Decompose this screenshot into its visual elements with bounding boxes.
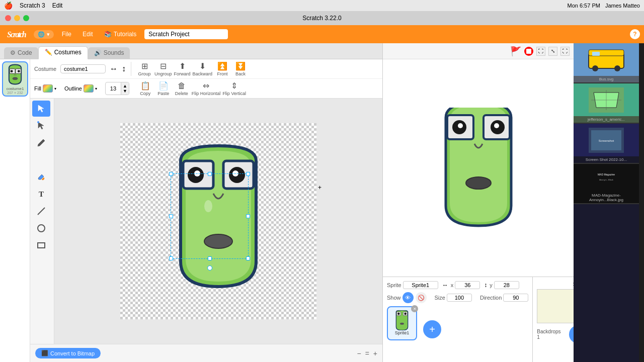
size-item: Size bbox=[435, 294, 472, 302]
stage-controls: 🚩 ⛶ ⤡ ⛶ bbox=[383, 43, 574, 59]
flip-horizontal-btn[interactable]: ⇔ Flip Horizontal bbox=[192, 81, 221, 96]
fullscreen-button[interactable]: ⛶ bbox=[536, 47, 545, 56]
zoom-in-button[interactable]: + bbox=[373, 349, 377, 357]
y-label: y bbox=[490, 282, 493, 288]
back-btn[interactable]: ⏬ Back bbox=[232, 61, 249, 76]
screenshot1-label: Screen Shot 2022-10... bbox=[574, 156, 639, 163]
sprite-editor-canvas[interactable] bbox=[120, 123, 316, 319]
circle-tool[interactable] bbox=[32, 220, 50, 236]
outline-arrow[interactable]: ▾ bbox=[95, 86, 97, 91]
menubar: 🍎 Scratch 3 Edit Mon 6:57 PM James Matte… bbox=[0, 0, 644, 11]
project-name-input[interactable] bbox=[144, 29, 228, 39]
minimize-button[interactable] bbox=[14, 15, 20, 21]
maximize-stage-button[interactable]: ⛶ bbox=[560, 47, 570, 56]
costume-thumbnail[interactable]: costume1 207 × 232 bbox=[2, 61, 28, 97]
front-btn[interactable]: ⏫ Front bbox=[214, 61, 230, 76]
stop-icon bbox=[526, 49, 531, 54]
edit-menu-scratch[interactable]: Edit bbox=[79, 30, 96, 39]
cursor: + bbox=[318, 184, 322, 188]
copy-btn[interactable]: 📋 Copy bbox=[137, 81, 153, 96]
editor-toolbar-row2: Fill ▾ Outline ▾ ▲▼ bbox=[30, 79, 382, 99]
language-button[interactable]: 🌐 ▾ bbox=[34, 30, 54, 39]
svg-point-14 bbox=[232, 170, 238, 176]
tutorials-menu[interactable]: 📚 Tutorials bbox=[101, 30, 140, 39]
header-right: ? bbox=[630, 29, 640, 39]
paste-btn[interactable]: 📄 Paste bbox=[155, 81, 172, 96]
zoom-out-button[interactable]: − bbox=[357, 349, 361, 357]
line-tool[interactable] bbox=[32, 203, 50, 219]
canvas-background bbox=[120, 123, 316, 319]
file-menu[interactable]: File bbox=[59, 30, 74, 39]
flip-vertical-btn[interactable]: ⇕ Flip Vertical bbox=[222, 81, 246, 96]
size-input[interactable] bbox=[447, 294, 472, 302]
bitmap-icon: ⬛ bbox=[41, 350, 48, 356]
close-button[interactable] bbox=[5, 15, 11, 21]
y-input[interactable] bbox=[494, 281, 519, 289]
text-tool[interactable]: T bbox=[32, 186, 50, 202]
sidebar-item-map: jefferson_s_americ... bbox=[574, 83, 639, 124]
sprite-info-row: Sprite ↔ x ↕ y bbox=[387, 281, 528, 289]
green-flag-button[interactable]: 🚩 bbox=[510, 46, 521, 57]
globe-arrow: ▾ bbox=[47, 31, 50, 38]
canvas-area[interactable]: + bbox=[54, 99, 382, 344]
tab-sounds[interactable]: 🔊 Sounds bbox=[88, 47, 130, 59]
convert-to-bitmap-button[interactable]: ⬛ Convert to Bitmap bbox=[35, 348, 101, 358]
help-button[interactable]: ? bbox=[630, 29, 640, 39]
svg-text:Annoyin...Black: Annoyin...Black bbox=[599, 178, 613, 181]
sprite-list: ✕ Sprite bbox=[387, 306, 417, 340]
outline-color-swatch[interactable] bbox=[84, 84, 94, 93]
sprite-card-sprite1[interactable]: ✕ Sprite bbox=[387, 306, 417, 340]
delete-btn[interactable]: 🗑 Delete bbox=[174, 81, 190, 96]
fill-color-swatch[interactable] bbox=[43, 84, 53, 93]
costume-name-field[interactable] bbox=[60, 64, 106, 73]
group-btn[interactable]: ⊞ Group bbox=[136, 61, 152, 76]
sidebar-item-screenshot1: Screenshot Screen Shot 2022-10... bbox=[574, 124, 639, 164]
hide-button[interactable]: 🚫 bbox=[416, 292, 427, 303]
fill-tool[interactable] bbox=[32, 169, 50, 185]
stage-size-button[interactable]: ⤡ bbox=[548, 47, 557, 56]
toolbar-sep1 bbox=[131, 62, 131, 76]
x-input[interactable] bbox=[455, 281, 480, 289]
tab-code[interactable]: ⚙ Code bbox=[4, 47, 38, 59]
window-controls[interactable] bbox=[5, 15, 29, 21]
maximize-button[interactable] bbox=[23, 15, 29, 21]
select-tool[interactable] bbox=[32, 101, 50, 117]
add-sprite-button[interactable]: + bbox=[423, 320, 441, 338]
toolbar-group-edit: 📋 Copy 📄 Paste 🗑 Delete ⇔ bbox=[137, 81, 246, 96]
show-button[interactable]: 👁 bbox=[403, 292, 414, 303]
direction-input[interactable] bbox=[503, 294, 528, 302]
sounds-icon: 🔊 bbox=[94, 49, 102, 56]
eraser-tool[interactable] bbox=[32, 152, 50, 168]
direction-label: Direction bbox=[480, 295, 502, 301]
menubar-user: James Matteo bbox=[605, 3, 640, 9]
rectangle-tool[interactable] bbox=[32, 237, 50, 253]
delete-sprite-btn[interactable]: ✕ bbox=[411, 305, 418, 312]
svg-point-28 bbox=[400, 323, 404, 325]
app-name[interactable]: Scratch 3 bbox=[20, 2, 45, 9]
bottom-section: Sprite ↔ x ↕ y Sh bbox=[383, 277, 574, 362]
pencil-tool[interactable] bbox=[32, 135, 50, 151]
show-item: Show 👁 🚫 bbox=[387, 292, 427, 303]
flip-v-icon[interactable]: ↕ bbox=[122, 64, 126, 73]
reshape-tool[interactable] bbox=[32, 118, 50, 134]
sprite-name-input[interactable] bbox=[403, 281, 438, 289]
fill-arrow[interactable]: ▾ bbox=[54, 86, 56, 91]
edit-menu[interactable]: Edit bbox=[52, 2, 63, 9]
forward-btn[interactable]: ⬆ Forward bbox=[174, 61, 191, 76]
tab-costumes[interactable]: ✏️ Costumes bbox=[38, 46, 88, 59]
zoom-reset-button[interactable]: = bbox=[365, 349, 369, 357]
menubar-left: 🍎 Scratch 3 Edit bbox=[4, 2, 62, 10]
flip-h-icon[interactable]: ↔ bbox=[110, 64, 118, 73]
thickness-arrow[interactable]: ▲▼ bbox=[121, 82, 129, 95]
stop-button[interactable] bbox=[524, 47, 533, 56]
sprite-label: Sprite bbox=[387, 282, 401, 288]
sprite-name-label: Sprite1 bbox=[395, 330, 410, 335]
ungroup-btn[interactable]: ⊟ Ungroup bbox=[154, 61, 172, 76]
thickness-input[interactable] bbox=[106, 84, 121, 93]
thickness-control: ▲▼ bbox=[105, 82, 129, 95]
apple-menu[interactable]: 🍎 bbox=[4, 2, 13, 10]
svg-point-11 bbox=[194, 170, 200, 176]
backward-btn[interactable]: ⬇ Backward bbox=[193, 61, 213, 76]
bus-image bbox=[574, 43, 639, 76]
map-image bbox=[574, 83, 639, 116]
